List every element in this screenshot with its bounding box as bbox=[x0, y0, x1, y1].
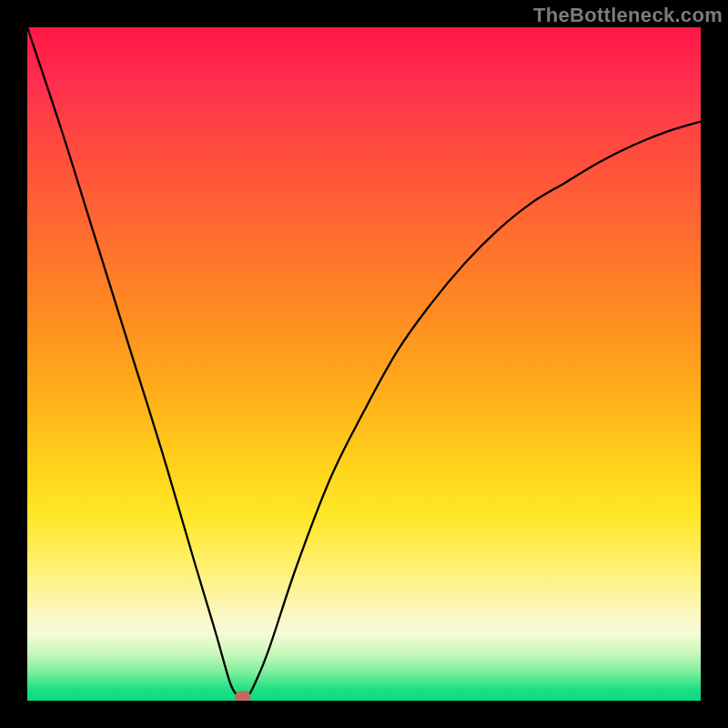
min-point-marker bbox=[235, 691, 251, 701]
curve-svg bbox=[27, 27, 701, 701]
chart-frame: TheBottleneck.com bbox=[0, 0, 728, 728]
bottleneck-curve bbox=[27, 27, 701, 701]
plot-area bbox=[27, 27, 701, 701]
watermark-text: TheBottleneck.com bbox=[533, 4, 723, 27]
